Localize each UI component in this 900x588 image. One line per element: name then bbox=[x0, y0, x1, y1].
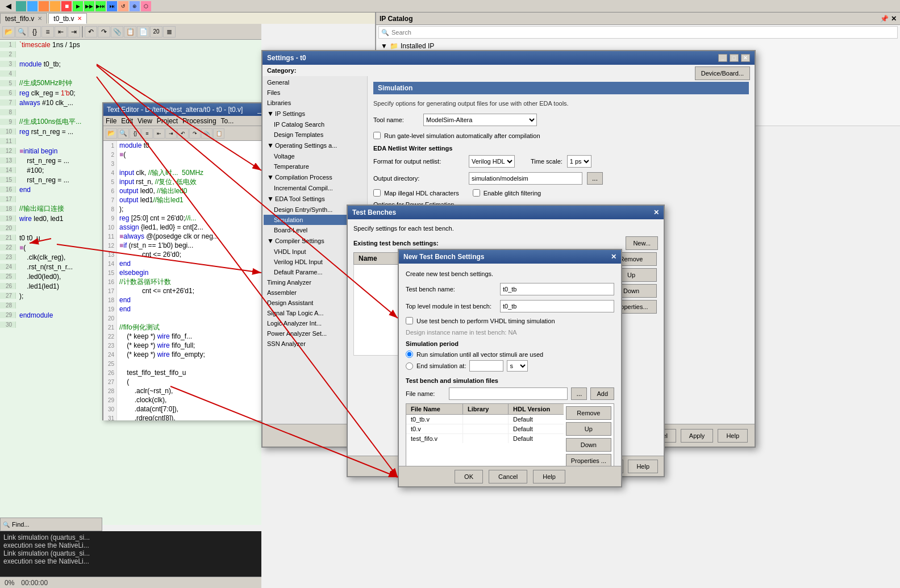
testbench-close-btn[interactable]: ✕ bbox=[653, 208, 659, 216]
time-scale-select[interactable]: 1 ps 1 ns bbox=[567, 155, 591, 168]
settings-minimize[interactable]: _ bbox=[718, 54, 727, 62]
newtb-cancel-btn[interactable]: Cancel bbox=[489, 470, 527, 483]
cat-operating-settings[interactable]: ▼ Operating Settings a... bbox=[264, 140, 366, 151]
te2-clip[interactable]: 📎 bbox=[201, 128, 213, 139]
testbench-help-btn[interactable]: Help bbox=[628, 460, 658, 473]
undo-btn[interactable]: ↶ bbox=[85, 26, 97, 37]
back-btn[interactable]: ◀ bbox=[2, 1, 15, 11]
newtb-ok-btn[interactable]: OK bbox=[455, 470, 483, 483]
newtb-help-btn[interactable]: Help bbox=[533, 470, 565, 483]
file-add-btn[interactable]: Add bbox=[590, 387, 614, 400]
cat-ip-catalog-search[interactable]: IP Catalog Search bbox=[264, 119, 366, 130]
cat-compilation[interactable]: ▼ Compilation Process bbox=[264, 172, 366, 183]
cat-libraries[interactable]: Libraries bbox=[264, 98, 366, 108]
te2-tools-menu[interactable]: To... bbox=[221, 117, 234, 125]
output-dir-browse[interactable]: ... bbox=[587, 172, 603, 185]
file-row-2[interactable]: test_fifo.v Default bbox=[406, 434, 564, 443]
gate-level-checkbox[interactable] bbox=[373, 132, 381, 139]
ip-catalog-close[interactable]: ✕ bbox=[891, 15, 897, 23]
color-btn3[interactable] bbox=[39, 1, 49, 11]
ip-catalog-pin[interactable]: 📌 bbox=[880, 15, 889, 23]
te2-edit-menu[interactable]: Edit bbox=[121, 117, 133, 125]
cat-ip-settings[interactable]: ▼ IP Settings bbox=[264, 108, 366, 119]
ip-search-input[interactable] bbox=[391, 29, 895, 36]
enable-glitch-checkbox[interactable] bbox=[473, 189, 480, 197]
zoom-btn[interactable]: 20 bbox=[150, 26, 163, 37]
end-sim-unit[interactable]: s ms ns ps bbox=[507, 360, 528, 372]
cat-eda-tools[interactable]: ▼ EDA Tool Settings bbox=[264, 193, 366, 205]
te2-indent[interactable]: ⇤ bbox=[153, 128, 165, 139]
find-toolbar[interactable]: 🔍 Find... bbox=[0, 518, 102, 531]
file-row-0[interactable]: t0_tb.v Default bbox=[406, 415, 564, 424]
extra-btn[interactable]: ⬡ bbox=[141, 1, 151, 11]
run-btn3[interactable]: ▶⏭ bbox=[95, 1, 106, 11]
file-up-btn[interactable]: Up bbox=[566, 422, 611, 436]
search-btn[interactable]: 🔍 bbox=[15, 26, 28, 37]
te2-undo[interactable]: ↶ bbox=[177, 128, 189, 139]
te2-lines[interactable]: ≡ bbox=[141, 128, 153, 139]
te2-search[interactable]: 🔍 bbox=[118, 128, 129, 139]
file-down-btn[interactable]: Down bbox=[566, 438, 611, 452]
vhdl-checkbox[interactable] bbox=[406, 317, 413, 324]
indent-btn[interactable]: {} bbox=[28, 26, 41, 37]
te2-format[interactable]: {} bbox=[130, 128, 141, 139]
top-module-input[interactable] bbox=[500, 300, 614, 312]
newtb-close-btn[interactable]: ✕ bbox=[611, 253, 616, 261]
cat-incremental[interactable]: Incremental Compil... bbox=[264, 183, 366, 193]
cat-voltage[interactable]: Voltage bbox=[264, 151, 366, 161]
file-row-1[interactable]: t0.v Default bbox=[406, 424, 564, 434]
te2-attach[interactable]: 📋 bbox=[213, 128, 224, 139]
paste-btn[interactable]: 📄 bbox=[137, 26, 149, 37]
tab-close-1[interactable]: ✕ bbox=[77, 15, 82, 22]
file-name-input[interactable] bbox=[449, 387, 568, 400]
run-until-radio[interactable] bbox=[406, 351, 413, 358]
copy-btn[interactable]: 📋 bbox=[124, 26, 136, 37]
settings-maximize[interactable]: □ bbox=[730, 54, 739, 62]
te2-open[interactable]: 📂 bbox=[106, 128, 117, 139]
te2-minimize[interactable]: _ bbox=[257, 106, 261, 114]
te2-redo[interactable]: ↷ bbox=[189, 128, 201, 139]
te2-code[interactable]: 1module t0 2■( 3 4 input clk, //输入时... 5… bbox=[103, 141, 272, 420]
end-sim-input[interactable] bbox=[469, 360, 503, 372]
outdent-btn[interactable]: ⇤ bbox=[55, 26, 67, 37]
end-sim-radio[interactable] bbox=[406, 362, 413, 370]
format-btn[interactable]: ≡ bbox=[41, 26, 54, 37]
format-select[interactable]: Verilog HDL VHDL bbox=[469, 155, 515, 168]
lines-btn[interactable]: ≣ bbox=[163, 26, 176, 37]
color-btn1[interactable] bbox=[16, 1, 26, 11]
redo-btn[interactable]: ↷ bbox=[98, 26, 110, 37]
cat-files[interactable]: Files bbox=[264, 87, 366, 98]
tab-test-fifo[interactable]: test_fifo.v ✕ bbox=[0, 13, 47, 24]
bench-name-input[interactable] bbox=[500, 283, 614, 295]
color-btn2[interactable] bbox=[27, 1, 38, 11]
new-bench-btn[interactable]: New... bbox=[626, 236, 658, 250]
te2-file-menu[interactable]: File bbox=[106, 117, 116, 125]
clip-btn[interactable]: 📎 bbox=[111, 26, 123, 37]
rewind-btn[interactable]: ⏭ bbox=[107, 1, 117, 11]
output-dir-input[interactable] bbox=[469, 172, 582, 185]
indent2-btn[interactable]: ⇥ bbox=[68, 26, 80, 37]
run-btn2[interactable]: ▶▶ bbox=[84, 1, 94, 11]
cat-temperature[interactable]: Temperature bbox=[264, 161, 366, 172]
loop-btn[interactable]: ↺ bbox=[118, 1, 128, 11]
te2-project-menu[interactable]: Project bbox=[157, 117, 178, 125]
map-illegal-checkbox[interactable] bbox=[373, 189, 381, 197]
run-btn[interactable]: ▶ bbox=[73, 1, 83, 11]
te2-view-menu[interactable]: View bbox=[138, 117, 152, 125]
open-btn[interactable]: 📂 bbox=[2, 26, 15, 37]
te2-processing-menu[interactable]: Processing bbox=[182, 117, 216, 125]
file-remove-btn[interactable]: Remove bbox=[566, 406, 611, 420]
device-board-btn[interactable]: Device/Board... bbox=[695, 66, 750, 80]
ip-btn[interactable]: ⊕ bbox=[130, 1, 140, 11]
settings-help-btn[interactable]: Help bbox=[718, 429, 748, 443]
file-browse-btn[interactable]: ... bbox=[571, 387, 587, 400]
tool-name-select[interactable]: ModelSim-Altera ModelSim VCS bbox=[423, 114, 537, 126]
installed-ip-item[interactable]: ▼ 📁 Installed IP bbox=[381, 42, 895, 50]
te2-outdent[interactable]: ⇥ bbox=[165, 128, 177, 139]
color-btn4[interactable] bbox=[50, 1, 60, 11]
cat-general[interactable]: General bbox=[264, 77, 366, 87]
ip-search-box[interactable]: 🔍 bbox=[378, 26, 898, 39]
settings-close[interactable]: ✕ bbox=[741, 54, 750, 62]
settings-apply-btn[interactable]: Apply bbox=[681, 429, 714, 443]
tab-t0-tb[interactable]: t0_tb.v ✕ bbox=[48, 13, 87, 24]
